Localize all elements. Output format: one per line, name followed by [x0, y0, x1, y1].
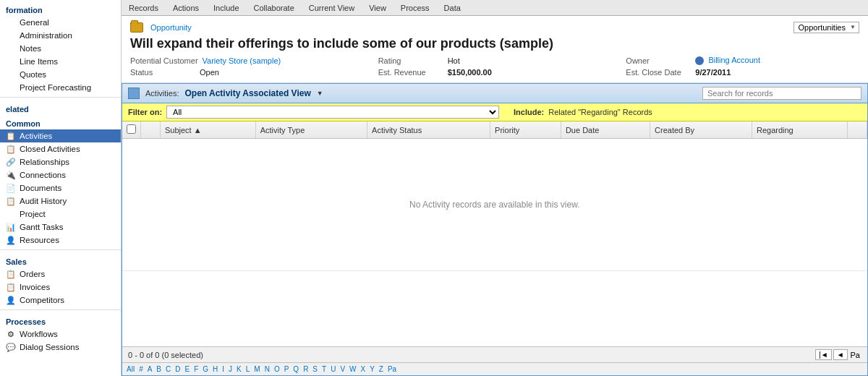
alpha-nav-item[interactable]: All	[125, 364, 136, 374]
resources-icon: 👤	[6, 235, 16, 245]
alpha-nav-item[interactable]: K	[235, 364, 243, 374]
alpha-nav-item[interactable]: N	[263, 364, 271, 374]
sidebar-item-line-items[interactable]: Line Items	[0, 55, 121, 68]
empty-row: No Activity records are available in thi…	[122, 139, 867, 271]
alpha-nav-item[interactable]: C	[164, 364, 172, 374]
col-subject[interactable]: Subject ▲	[160, 121, 255, 139]
col-regarding[interactable]: Regarding	[752, 121, 847, 139]
competitors-icon: 👤	[6, 295, 16, 305]
sidebar-item-gantt-tasks[interactable]: 📊 Gantt Tasks	[0, 221, 121, 234]
sidebar-item-dialog-sessions[interactable]: 💬 Dialog Sessions	[0, 341, 121, 354]
dialog-sessions-icon: 💬	[6, 342, 16, 352]
sidebar-item-workflows[interactable]: ⚙ Workflows	[0, 328, 121, 341]
field-rating: Rating Hot	[378, 56, 612, 65]
nav-process[interactable]: Process	[401, 4, 430, 12]
first-page-button[interactable]: |◄	[815, 349, 832, 360]
sidebar-item-invoices[interactable]: 📋 Invoices	[0, 281, 121, 294]
footer-nav: |◄ ◄ Pa	[815, 349, 861, 360]
sidebar-item-administration[interactable]: Administration	[0, 29, 121, 42]
include-value: Related "Regarding" Records	[548, 108, 652, 116]
alpha-nav-item[interactable]: B	[155, 364, 163, 374]
alpha-nav-item[interactable]: S	[311, 364, 319, 374]
potential-customer-value[interactable]: Variety Store (sample)	[203, 56, 281, 65]
record-header: Opportunity Opportunities Will expand th…	[122, 16, 868, 83]
sidebar-section-common: Common	[0, 115, 121, 129]
audit-history-icon: 📋	[6, 196, 16, 206]
col-activity-status[interactable]: Activity Status	[367, 121, 490, 139]
documents-icon: 📄	[6, 183, 16, 193]
prev-page-button[interactable]: ◄	[833, 349, 848, 360]
nav-data[interactable]: Data	[444, 4, 461, 12]
sidebar-item-connections[interactable]: 🔌 Connections	[0, 168, 121, 181]
sidebar-item-orders[interactable]: 📋 Orders	[0, 268, 121, 281]
est-close-date-value: 9/27/2011	[695, 68, 731, 77]
alpha-nav-item[interactable]: F	[192, 364, 200, 374]
alpha-nav-item[interactable]: G	[201, 364, 210, 374]
alpha-nav-item[interactable]: R	[302, 364, 310, 374]
nav-records[interactable]: Records	[129, 4, 158, 12]
main-content: Records Actions Include Collaborate Curr…	[122, 0, 868, 376]
alpha-nav-item[interactable]: I	[221, 364, 226, 374]
alpha-nav-item[interactable]: J	[227, 364, 234, 374]
sidebar-item-notes[interactable]: Notes	[0, 42, 121, 55]
nav-current-view[interactable]: Current View	[309, 4, 354, 12]
filter-bar: Filter on: All Include: Related "Regardi…	[122, 103, 867, 121]
alpha-nav-item[interactable]: T	[320, 364, 328, 374]
field-est-revenue: Est. Revenue $150,000.00	[378, 68, 612, 77]
sidebar-item-quotes[interactable]: Quotes	[0, 68, 121, 81]
alpha-nav-item[interactable]: #	[137, 364, 145, 374]
alpha-nav-item[interactable]: Z	[378, 364, 385, 374]
project-icon	[6, 209, 16, 219]
filter-select[interactable]: All	[166, 106, 499, 119]
alpha-nav-item[interactable]: H	[211, 364, 219, 374]
relationships-icon: 🔗	[6, 157, 16, 167]
sidebar-item-relationships[interactable]: 🔗 Relationships	[0, 155, 121, 168]
status-label: Status	[130, 68, 195, 77]
owner-value[interactable]: Billing Account	[695, 56, 760, 65]
alpha-nav-item[interactable]: L	[244, 364, 252, 374]
col-created-by[interactable]: Created By	[650, 121, 752, 139]
closed-activities-icon: 📋	[6, 144, 16, 154]
subpanel-dropdown-arrow[interactable]: ▼	[317, 90, 323, 97]
alpha-nav-item[interactable]: W	[348, 364, 357, 374]
nav-view[interactable]: View	[369, 4, 386, 12]
alpha-nav-item[interactable]: A	[146, 364, 154, 374]
alpha-nav-item[interactable]: M	[252, 364, 261, 374]
subpanel-search	[702, 87, 861, 100]
nav-include[interactable]: Include	[213, 4, 239, 12]
alpha-nav-item[interactable]: E	[184, 364, 192, 374]
select-all-checkbox[interactable]	[127, 124, 136, 134]
col-due-date[interactable]: Due Date	[561, 121, 650, 139]
alpha-nav-item[interactable]: X	[359, 364, 367, 374]
field-potential-customer: Potential Customer Variety Store (sample…	[130, 56, 364, 65]
col-priority[interactable]: Priority	[490, 121, 561, 139]
alpha-nav: All#ABCDEFGHIJKLMNOPQRSTUVWXYZPa	[122, 362, 867, 375]
alpha-nav-item[interactable]: Y	[368, 364, 376, 374]
workflows-icon: ⚙	[6, 329, 16, 339]
sidebar-item-competitors[interactable]: 👤 Competitors	[0, 294, 121, 307]
sidebar-item-audit-history[interactable]: 📋 Audit History	[0, 195, 121, 208]
alpha-nav-item[interactable]: P	[283, 364, 291, 374]
nav-collaborate[interactable]: Collaborate	[254, 4, 294, 12]
subpanel-header-icon	[128, 87, 140, 99]
sidebar-item-documents[interactable]: 📄 Documents	[0, 181, 121, 195]
sidebar-item-activities[interactable]: 📋 Activities	[0, 129, 121, 142]
field-est-close-date: Est. Close Date 9/27/2011	[626, 68, 859, 77]
col-activity-type[interactable]: Activity Type	[255, 121, 367, 139]
alpha-nav-item[interactable]: O	[273, 364, 281, 374]
alpha-nav-item[interactable]: Pa	[386, 364, 398, 374]
sidebar-item-closed-activities[interactable]: 📋 Closed Activities	[0, 142, 121, 155]
alpha-nav-item[interactable]: V	[339, 364, 346, 374]
status-value: Open	[200, 68, 219, 77]
opportunities-dropdown[interactable]: Opportunities	[793, 22, 859, 33]
sidebar-item-general[interactable]: General	[0, 16, 121, 29]
sidebar-item-project[interactable]: Project	[0, 208, 121, 221]
sidebar-item-resources[interactable]: 👤 Resources	[0, 234, 121, 247]
alpha-nav-item[interactable]: Q	[292, 364, 300, 374]
nav-actions[interactable]: Actions	[173, 4, 199, 12]
alpha-nav-item[interactable]: D	[174, 364, 182, 374]
sidebar-item-project-forecasting[interactable]: Project Forecasting	[0, 81, 121, 94]
search-input[interactable]	[702, 87, 861, 100]
sidebar-divider-2	[0, 249, 121, 250]
alpha-nav-item[interactable]: U	[329, 364, 337, 374]
